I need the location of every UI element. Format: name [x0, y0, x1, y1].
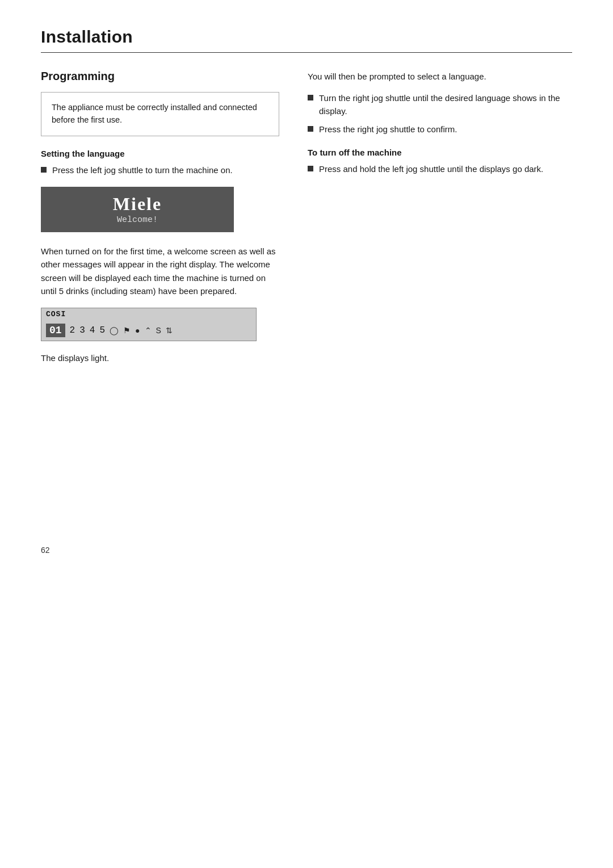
bullet-icon: [41, 167, 47, 173]
notice-text: The appliance must be correctly installe…: [52, 103, 257, 124]
cosi-icon-person: ⚑: [123, 326, 131, 335]
miele-logo-text: Miele: [113, 195, 162, 213]
right-bullet-2: Press the right jog shuttle to confirm.: [308, 123, 572, 136]
right-bullet-1: Turn the right jog shuttle until the des…: [308, 92, 572, 118]
two-column-layout: Programming The appliance must be correc…: [41, 70, 572, 375]
cosi-num-4: 4: [90, 325, 95, 336]
displays-light-text: The displays light.: [41, 351, 279, 364]
cosi-num-highlighted: 01: [46, 324, 65, 337]
miele-welcome-text: Welcome!: [117, 215, 158, 225]
setting-language-subtitle: Setting the language: [41, 149, 279, 158]
cosi-top-row: COSI: [41, 308, 256, 320]
miele-display-screen: Miele Welcome!: [41, 187, 234, 232]
section-title: Programming: [41, 70, 279, 83]
turn-off-bullet-text-1: Press and hold the left jog shuttle unti…: [319, 163, 572, 176]
page-title: Installation: [41, 27, 572, 47]
setting-language-bullet-text-1: Press the left jog shuttle to turn the m…: [52, 164, 279, 177]
cosi-num-3: 3: [79, 325, 85, 336]
cosi-icon-mountain: ⌃: [145, 326, 152, 335]
cosi-icon-arrows: ⇅: [166, 326, 173, 335]
cosi-label: COSI: [46, 310, 66, 318]
right-bullet-text-2: Press the right jog shuttle to confirm.: [319, 123, 572, 136]
right-column: You will then be prompted to select a la…: [308, 70, 572, 375]
bullet-icon-off: [308, 166, 313, 171]
right-intro-text: You will then be prompted to select a la…: [308, 70, 572, 83]
cosi-display: COSI 01 2 3 4 5 ◯ ⚑ ● ⌃ S ⇅: [41, 308, 257, 341]
title-divider: [41, 52, 572, 53]
body-paragraph: When turned on for the first time, a wel…: [41, 245, 279, 297]
cosi-icon-s: S: [156, 326, 161, 335]
setting-language-bullet-1: Press the left jog shuttle to turn the m…: [41, 164, 279, 177]
turn-off-subtitle: To turn off the machine: [308, 148, 572, 157]
notice-box: The appliance must be correctly installe…: [41, 92, 279, 136]
cosi-icon-dot: ●: [135, 326, 140, 335]
bullet-icon-r2: [308, 126, 313, 132]
right-bullet-text-1: Turn the right jog shuttle until the des…: [319, 92, 572, 118]
cosi-icon-clock: ◯: [110, 326, 119, 335]
page-number: 62: [41, 546, 50, 555]
cosi-num-5: 5: [99, 325, 105, 336]
cosi-bottom-row: 01 2 3 4 5 ◯ ⚑ ● ⌃ S ⇅: [41, 320, 256, 341]
bullet-icon-r1: [308, 95, 313, 100]
cosi-numbers: 2: [70, 325, 75, 336]
left-column: Programming The appliance must be correc…: [41, 70, 279, 375]
turn-off-bullet-1: Press and hold the left jog shuttle unti…: [308, 163, 572, 176]
